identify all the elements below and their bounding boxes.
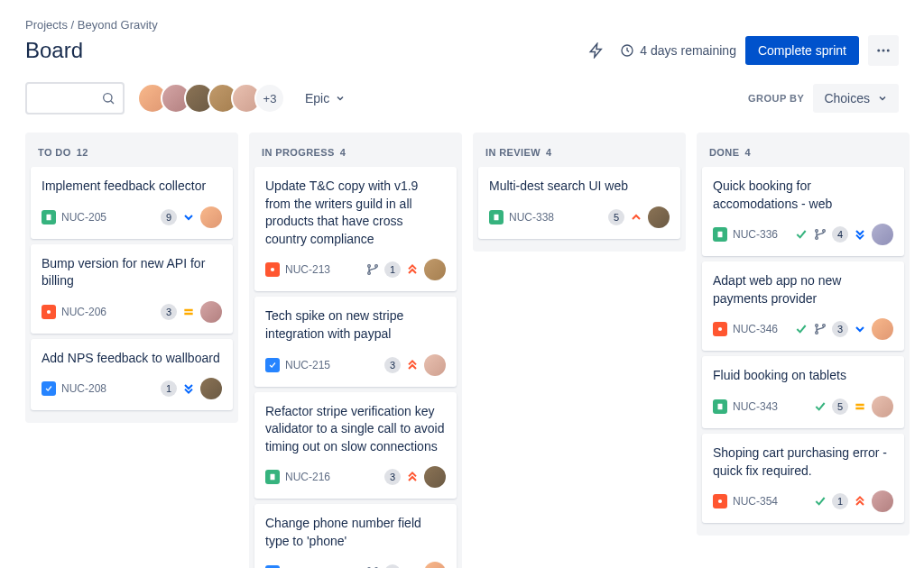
- branch-icon: [813, 227, 827, 242]
- story-points: 5: [832, 399, 848, 415]
- issue-key: NUC-213: [285, 263, 330, 276]
- task-icon: [42, 381, 56, 396]
- issue-key: NUC-354: [733, 495, 778, 508]
- column-todo: TO DO 12 Implement feedback collector NU…: [25, 133, 238, 423]
- issue-card[interactable]: Bump version for new API for billing NUC…: [31, 244, 233, 334]
- issue-card[interactable]: Multi-dest search UI web NUC-338 5: [478, 167, 680, 239]
- issue-card[interactable]: Add NPS feedback to wallboard NUC-208 1: [31, 339, 233, 411]
- story-icon: [265, 470, 280, 484]
- dots-icon: [875, 42, 892, 59]
- bug-icon: [42, 305, 56, 319]
- assignee-avatar[interactable]: [872, 396, 893, 417]
- story-points: 1: [161, 380, 177, 397]
- issue-card[interactable]: Adapt web app no new payments provider N…: [702, 261, 904, 351]
- bug-icon: [265, 262, 280, 277]
- assignee-avatar[interactable]: [424, 354, 446, 376]
- assignee-avatar[interactable]: [424, 562, 446, 568]
- issue-card[interactable]: Refactor stripe verification key validat…: [254, 392, 457, 499]
- priority-lowest-icon: [405, 565, 420, 568]
- group-by-select[interactable]: Choices: [813, 84, 899, 113]
- svg-point-8: [368, 265, 371, 268]
- automation-icon[interactable]: [582, 36, 611, 65]
- assignee-avatar[interactable]: [648, 206, 670, 228]
- priority-highest-icon: [405, 262, 420, 277]
- branch-icon: [365, 565, 380, 568]
- card-title: Update T&C copy with v1.9 from the write…: [265, 178, 446, 248]
- story-icon: [713, 399, 727, 414]
- svg-rect-11: [271, 474, 275, 481]
- search-input[interactable]: [25, 82, 125, 115]
- card-title: Multi-dest search UI web: [489, 178, 670, 196]
- svg-point-20: [718, 327, 722, 331]
- column-in-review: IN REVIEW 4 Multi-dest search UI web NUC…: [473, 133, 686, 252]
- issue-key: NUC-216: [285, 471, 330, 483]
- breadcrumb-current: Beyond Gravity: [78, 18, 158, 32]
- assignee-avatar[interactable]: [200, 378, 222, 399]
- svg-point-4: [104, 94, 112, 102]
- assignee-avatar[interactable]: [424, 466, 446, 488]
- column-done: DONE 4 Quick booking for accomodations -…: [697, 133, 910, 536]
- priority-lowest-icon: [181, 381, 196, 396]
- issue-card[interactable]: Tech spike on new stripe integration wit…: [254, 297, 457, 386]
- check-icon: [813, 399, 827, 414]
- assignee-avatar[interactable]: [200, 301, 222, 323]
- issue-key: NUC-215: [285, 359, 330, 371]
- svg-rect-5: [47, 214, 51, 220]
- card-title: Fluid booking on tablets: [713, 367, 893, 385]
- svg-point-2: [882, 50, 885, 52]
- breadcrumb: Projects / Beyond Gravity: [25, 18, 899, 32]
- clock-icon: [620, 43, 634, 58]
- assignee-avatar[interactable]: [424, 259, 446, 280]
- svg-point-9: [368, 272, 371, 275]
- svg-point-6: [47, 310, 51, 314]
- svg-rect-24: [718, 404, 723, 410]
- issue-key: NUC-206: [61, 306, 106, 318]
- issue-card[interactable]: Quick booking for accomodations - web NU…: [702, 167, 904, 256]
- complete-sprint-button[interactable]: Complete sprint: [745, 36, 859, 65]
- issue-key: NUC-338: [509, 211, 554, 224]
- priority-medium-icon: [181, 305, 196, 319]
- sprint-remaining: 4 days remaining: [620, 43, 736, 58]
- story-points: 4: [832, 226, 848, 243]
- column-in-progress: IN PROGRESS 4 Update T&C copy with v1.9 …: [249, 133, 462, 568]
- assignee-avatar[interactable]: [872, 224, 893, 245]
- card-title: Change phone number field type to 'phone…: [265, 515, 446, 550]
- bug-icon: [713, 494, 727, 508]
- check-icon: [813, 494, 827, 508]
- priority-highest-icon: [405, 470, 420, 484]
- story-points: 3: [161, 304, 177, 320]
- search-icon: [101, 91, 116, 105]
- issue-key: NUC-336: [733, 228, 778, 241]
- epic-filter[interactable]: Epic: [298, 86, 353, 111]
- issue-card[interactable]: Shoping cart purchasing error - quick fi…: [702, 434, 904, 523]
- svg-point-17: [816, 230, 818, 233]
- column-header: TO DO 12: [31, 140, 233, 167]
- more-actions-button[interactable]: [868, 35, 899, 66]
- priority-highest-icon: [405, 358, 420, 372]
- card-title: Refactor stripe verification key validat…: [265, 403, 446, 456]
- priority-high-icon: [629, 210, 643, 224]
- story-icon: [713, 227, 727, 242]
- issue-card[interactable]: Change phone number field type to 'phone…: [254, 504, 457, 568]
- assignee-avatar[interactable]: [872, 318, 893, 340]
- chevron-down-icon: [877, 93, 888, 104]
- svg-rect-15: [494, 214, 499, 220]
- issue-card[interactable]: Update T&C copy with v1.9 from the write…: [254, 167, 457, 291]
- assignee-avatar[interactable]: [872, 490, 893, 512]
- assignee-avatar[interactable]: [200, 206, 222, 228]
- task-icon: [265, 565, 280, 568]
- branch-icon: [365, 262, 380, 277]
- assignee-filter[interactable]: +3: [137, 83, 285, 114]
- issue-card[interactable]: Fluid booking on tablets NUC-343 5: [702, 356, 904, 428]
- issue-card[interactable]: Implement feedback collector NUC-205 9: [31, 167, 233, 239]
- branch-icon: [813, 322, 827, 336]
- story-points: 3: [384, 469, 401, 485]
- svg-point-25: [718, 499, 722, 503]
- story-points: 9: [161, 209, 177, 225]
- avatar-more[interactable]: +3: [254, 83, 285, 114]
- svg-point-1: [877, 50, 880, 52]
- priority-low-icon: [181, 210, 196, 224]
- issue-key: NUC-208: [61, 382, 106, 395]
- priority-highest-icon: [853, 494, 867, 508]
- breadcrumb-parent[interactable]: Projects: [25, 18, 68, 32]
